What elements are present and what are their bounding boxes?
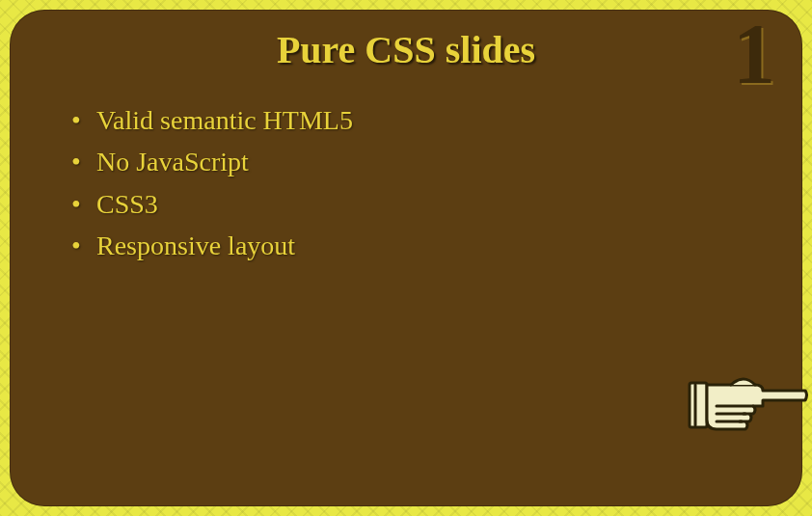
list-item: CSS3 (96, 183, 754, 225)
slide-card: 1 Pure CSS slides Valid semantic HTML5 N… (10, 10, 802, 506)
bullet-list: Valid semantic HTML5 No JavaScript CSS3 … (58, 99, 754, 267)
pointing-hand-icon[interactable] (688, 362, 808, 448)
svg-rect-0 (690, 383, 707, 427)
list-item: Responsive layout (96, 225, 754, 266)
list-item: Valid semantic HTML5 (96, 99, 754, 141)
page-number: 1 (733, 12, 775, 96)
slide-title: Pure CSS slides (58, 27, 754, 72)
list-item: No JavaScript (96, 141, 754, 182)
